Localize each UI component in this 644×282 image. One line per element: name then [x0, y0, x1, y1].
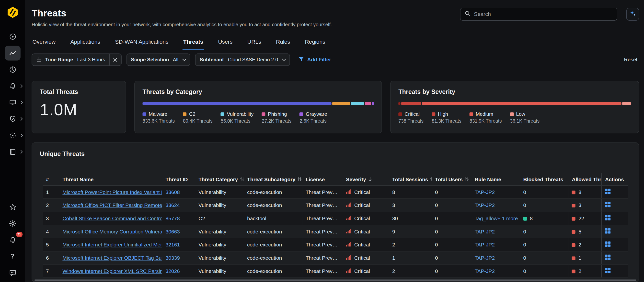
row-actions-button[interactable] [605, 215, 611, 221]
legend-name: Medium [476, 111, 493, 117]
filter-pill-time-range[interactable]: Time Range : Last 3 Hours [32, 53, 121, 66]
tab-rules[interactable]: Rules [275, 35, 291, 50]
bar-segment-medium [422, 102, 621, 105]
legend-item-medium: Medium831.9K Threats [470, 111, 502, 123]
cell-id: 85778 [162, 212, 195, 225]
rule-name-link[interactable]: Tag_allow [475, 216, 498, 221]
sidebar-item-feedback[interactable] [5, 265, 20, 280]
close-icon[interactable] [110, 54, 121, 65]
cell-users: 0 [432, 212, 472, 225]
threat-name-link[interactable]: Microsoft Office Memory Corruption Vulne… [62, 229, 162, 234]
threat-name-link[interactable]: Microsoft Office PICT Filter Parsing Rem… [62, 202, 162, 208]
tab-regions[interactable]: Regions [304, 35, 326, 50]
chevright-icon [20, 133, 23, 137]
category-stacked-bar [142, 102, 374, 105]
sidebar-item-settings[interactable] [5, 216, 20, 231]
tab-urls[interactable]: URLs [246, 35, 262, 50]
cell-allowed: 2 [569, 238, 602, 251]
sidebar-item-favorites[interactable] [5, 200, 20, 214]
cell-users: 0 [432, 264, 472, 277]
cell-severity: Critical [343, 264, 389, 277]
sidebar-item-manage[interactable] [5, 145, 20, 159]
rule-name-link[interactable]: TAP-JP2 [475, 268, 495, 274]
count-swatch-icon [572, 204, 576, 207]
tab-bar: OverviewApplicationsSD-WAN ApplicationsT… [32, 35, 639, 50]
sidebar-item-security-services[interactable] [5, 112, 20, 126]
row-actions-button[interactable] [605, 202, 611, 207]
sidebar-item-activity-insights[interactable] [5, 46, 20, 60]
sidebar-item-workflows[interactable] [5, 95, 20, 110]
sidebar: 21? [0, 0, 25, 282]
threat-id-link[interactable]: 30339 [166, 255, 180, 261]
tab-users[interactable]: Users [217, 35, 234, 50]
threat-id-link[interactable]: 33624 [166, 202, 180, 208]
threat-id-link[interactable]: 33608 [166, 189, 180, 195]
sidebar-item-command-center[interactable] [5, 29, 20, 44]
cell-subcategory: code-execution [244, 238, 302, 251]
topbar-right [460, 8, 639, 21]
row-actions-button[interactable] [605, 189, 611, 194]
rule-name-link[interactable]: TAP-JP2 [475, 189, 495, 195]
sidebar-item-notifications[interactable]: 21 [5, 232, 20, 247]
col-header-severity[interactable]: Severity [343, 173, 389, 185]
search-input[interactable] [474, 11, 613, 17]
sidebar-item-objects[interactable] [5, 128, 20, 143]
threat-name-link[interactable]: Cobalt Strike Beacon Command and Control… [62, 216, 162, 221]
threat-id-link[interactable]: 85778 [166, 216, 180, 221]
threat-name-link[interactable]: Microsoft PowerPoint Picture Index Varia… [62, 189, 162, 195]
threat-id-link[interactable]: 32161 [166, 242, 180, 248]
chevron-down-icon[interactable] [182, 58, 186, 61]
rule-name-link[interactable]: TAP-JP2 [475, 202, 495, 208]
app-logo-icon[interactable] [6, 6, 18, 18]
ai-assistant-button[interactable] [626, 8, 639, 21]
rule-name-link[interactable]: TAP-JP2 [475, 229, 495, 234]
legend-swatch-icon [300, 112, 303, 116]
threat-id-link[interactable]: 30663 [166, 229, 180, 234]
cell-severity: Critical [343, 238, 389, 251]
horizontal-scrollbar[interactable] [34, 279, 636, 281]
chevron-down-icon[interactable] [282, 58, 286, 61]
rule-name-link[interactable]: + 1 more [498, 216, 518, 221]
count-swatch-icon [523, 217, 527, 220]
sidebar-bottom-nav: 21? [5, 200, 20, 280]
row-actions-button[interactable] [605, 228, 611, 234]
row-actions-button[interactable] [605, 254, 611, 260]
col-header-threat-subcategory[interactable]: Threat Subcategory [244, 173, 302, 185]
sevbars-icon [346, 268, 351, 274]
tab-sd-wan-applications[interactable]: SD-WAN Applications [114, 35, 169, 50]
col-header-threat-category[interactable]: Threat Category [195, 173, 244, 185]
legend-item-high: High81.3K Threats [432, 111, 461, 123]
filter-pill-scope-selection[interactable]: Scope Selection : All [126, 53, 190, 66]
row-actions-button[interactable] [605, 267, 611, 273]
tab-overview[interactable]: Overview [32, 35, 56, 50]
search-box[interactable] [460, 8, 617, 21]
severity-card-title: Threats by Severity [398, 88, 631, 95]
filter-pill-subtenant[interactable]: Subtenant : Cloud SASE Demo 2.0 [195, 53, 290, 66]
tab-applications[interactable]: Applications [70, 35, 101, 50]
cell-name: Microsoft Office Memory Corruption Vulne… [59, 225, 162, 238]
page-title: Threats [32, 8, 332, 19]
threat-row-33624: 2Microsoft Office PICT Filter Parsing Re… [43, 199, 628, 212]
col-header-total-users[interactable]: Total Users [432, 173, 472, 185]
reset-button[interactable]: Reset [624, 57, 639, 63]
cell-severity: Critical [343, 212, 389, 225]
sidebar-item-dashboards[interactable] [5, 62, 20, 77]
rule-name-link[interactable]: TAP-JP2 [475, 242, 495, 248]
chevright-icon [20, 150, 23, 154]
page-header: Threats Holistic view of the threat envi… [32, 0, 639, 28]
sidebar-item-incidents-alerts[interactable] [5, 79, 20, 93]
cell-allowed: 1 [569, 251, 602, 264]
add-filter-button[interactable]: Add Filter [298, 56, 331, 63]
threat-name-link[interactable]: Microsoft Internet Explorer OBJECT Tag B… [62, 255, 162, 261]
threat-id-link[interactable]: 32026 [166, 268, 180, 274]
rule-name-link[interactable]: TAP-JP2 [475, 255, 495, 261]
sidebar-item-help[interactable]: ? [5, 249, 20, 264]
col-header-total-sessions[interactable]: Total Sessions [389, 173, 432, 185]
tab-threats[interactable]: Threats [182, 35, 204, 50]
cell-num: 2 [43, 199, 59, 212]
threat-name-link[interactable]: Windows Internet Explorer XML SRC Parsin… [62, 268, 162, 274]
row-actions-button[interactable] [605, 241, 611, 247]
shield-icon [8, 115, 17, 123]
threat-name-link[interactable]: Microsoft Internet Explorer Uninitialize… [62, 242, 162, 248]
filter-pill-label: Subtenant : Cloud SASE Demo 2.0 [200, 57, 278, 63]
